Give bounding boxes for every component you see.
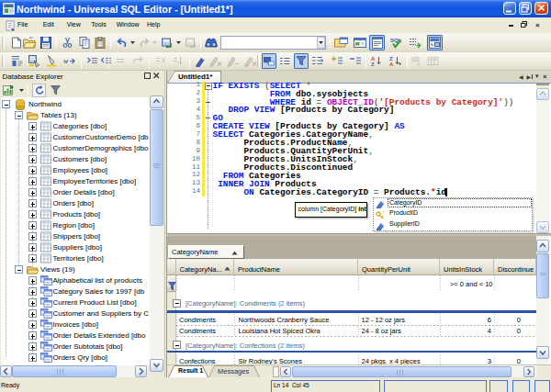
svg-text:A: A	[371, 55, 376, 61]
svg-text:A: A	[389, 62, 394, 67]
svg-text:Z: Z	[371, 62, 375, 67]
svg-text:Z: Z	[389, 55, 393, 61]
